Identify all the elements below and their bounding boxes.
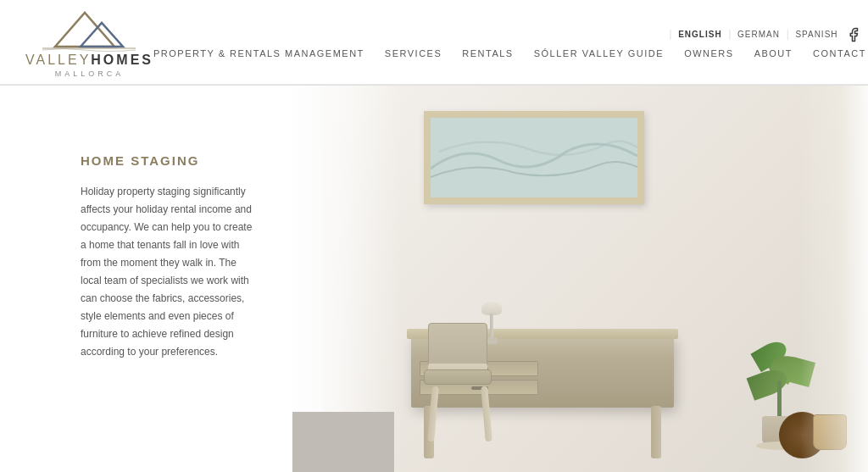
lang-english[interactable]: ENGLISH [678, 30, 721, 39]
section-title: HOME STAGING [81, 153, 259, 168]
gray-floor-block [292, 412, 394, 472]
lang-divider-3: | [787, 28, 788, 41]
lang-spanish[interactable]: SPANISH [795, 30, 837, 39]
section-body: Holiday property staging significantly a… [81, 183, 259, 361]
lang-divider-2: | [729, 28, 731, 41]
main-content: HOME STAGING Holiday property staging si… [0, 86, 868, 472]
chair-seat [424, 369, 492, 385]
svg-rect-6 [431, 118, 637, 197]
header: VALLEY HOMES MALLORCA | ENGLISH | GERMAN… [0, 0, 868, 85]
nav-rentals[interactable]: RENTALS [462, 48, 513, 58]
social-icons [845, 26, 868, 43]
nav-about[interactable]: ABOUT [754, 48, 793, 58]
plant-stem [777, 380, 782, 419]
logo-subtitle: MALLORCA [55, 69, 125, 78]
room-scene [292, 86, 868, 472]
header-right: | ENGLISH | GERMAN | SPANISH [153, 26, 868, 58]
chair-leg-left [427, 386, 439, 441]
svg-marker-1 [81, 23, 123, 47]
nav-services[interactable]: SERVICES [385, 48, 442, 58]
lang-social-bar: | ENGLISH | GERMAN | SPANISH [670, 26, 868, 43]
logo-homes: HOMES [91, 53, 153, 68]
image-panel [292, 86, 868, 472]
chair [420, 323, 500, 441]
nav-soller[interactable]: SÓLLER VALLEY GUIDE [534, 48, 664, 58]
chair-leg-right [481, 386, 492, 441]
logo-mountain-icon [38, 6, 140, 53]
wall-painting [424, 111, 644, 204]
main-nav: PROPERTY & RENTALS MANAGEMENT SERVICES R… [153, 48, 868, 58]
facebook-icon[interactable] [845, 26, 862, 43]
logo[interactable]: VALLEY HOMES MALLORCA [25, 6, 153, 78]
nav-contact[interactable]: CONTACT US [813, 48, 868, 58]
nav-property[interactable]: PROPERTY & RENTALS MANAGEMENT [153, 48, 364, 58]
curtain-right [800, 86, 868, 472]
text-panel: HOME STAGING Holiday property staging si… [0, 86, 292, 472]
desk-leg-right [651, 406, 661, 458]
lang-divider: | [670, 28, 671, 41]
logo-valley: VALLEY [25, 53, 91, 68]
lang-german[interactable]: GERMAN [737, 30, 780, 39]
nav-owners[interactable]: OWNERS [684, 48, 734, 58]
